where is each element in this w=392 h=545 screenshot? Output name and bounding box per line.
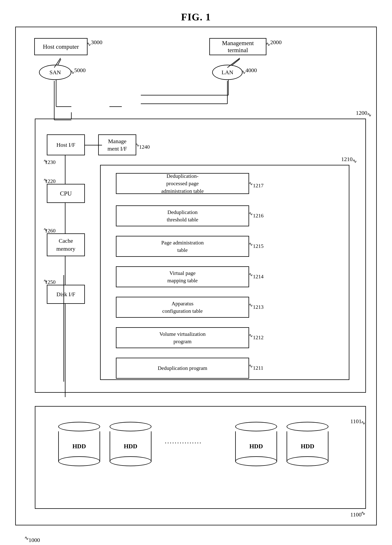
cache-box: Cachememory <box>47 233 85 256</box>
hdd-cylinder-1: HDD <box>58 422 100 462</box>
wavy-1213: ∿ <box>249 302 253 308</box>
ref-1000: 1000 <box>29 537 40 543</box>
ref-1100: 1100 <box>350 511 361 518</box>
wavy-1211: ∿ <box>249 363 253 369</box>
hdd-cylinder-3: HDD <box>235 422 277 462</box>
host-if-box: Host I/F <box>47 134 85 155</box>
mem-item-1211: Deduplication program <box>116 358 249 379</box>
wavy-1230: ∿ <box>43 158 48 164</box>
ref-1216: 1216 <box>253 213 263 219</box>
left-connector-line <box>65 155 66 289</box>
ref-1212: 1212 <box>253 334 263 341</box>
hdd-cylinder-4: HDD <box>287 422 328 462</box>
hdd-label-1: HDD <box>72 443 86 450</box>
memory-box: 1210 ∿ Deduplication-processed pageadmin… <box>100 165 349 380</box>
wavy-1210: ∿ <box>352 158 357 164</box>
controller-box: 1200 ∿ Host I/F 1230 ∿ Management I/F 12… <box>35 119 366 393</box>
ref-1214: 1214 <box>253 273 263 280</box>
storage-system-box: 1200 ∿ Host I/F 1230 ∿ Management I/F 12… <box>15 27 377 525</box>
wavy-1260: ∿ <box>43 227 48 233</box>
hif-to-mem-connector <box>85 145 102 145</box>
manage-if-label: Management I/F <box>108 137 127 152</box>
hdd-label-3: HDD <box>249 443 263 450</box>
mem-item-1217-label: Deduplication-processed pageadministrati… <box>161 172 204 195</box>
wavy-1250: ∿ <box>43 278 48 284</box>
host-if-label: Host I/F <box>56 142 75 148</box>
cpu-label: CPU <box>60 190 72 197</box>
wavy-1212: ∿ <box>249 333 253 338</box>
mem-item-1217: Deduplication-processed pageadministrati… <box>116 173 249 194</box>
mem-item-1216: Deduplicationthreshold table <box>116 205 249 226</box>
hdd-cylinder-2: HDD <box>110 422 152 462</box>
ref-1240: 1240 <box>139 144 150 150</box>
ref-1217: 1217 <box>253 183 263 189</box>
wavy-1240: ∿ <box>135 142 140 148</box>
wavy-1214: ∿ <box>249 272 253 278</box>
mem-item-1215-label: Page administrationtable <box>161 239 204 254</box>
wavy-1100: ∿ <box>361 510 365 516</box>
mem-item-1214: Virtual pagemapping table <box>116 266 249 287</box>
page-title: FIG. 1 <box>0 12 392 23</box>
mem-item-1216-label: Deduplicationthreshold table <box>167 208 198 223</box>
ref-1101: 1101 <box>350 418 361 425</box>
mem-item-1215: Page administrationtable <box>116 236 249 257</box>
ref-1213: 1213 <box>253 304 263 310</box>
ref-1211: 1211 <box>253 365 263 371</box>
mem-item-1212: Volume virtualizationprogram <box>116 327 249 348</box>
mem-item-1214-label: Virtual pagemapping table <box>167 269 197 284</box>
mem-item-1211-label: Deduplication program <box>158 364 207 372</box>
manage-if-box: Management I/F <box>98 134 136 155</box>
disk-if-box: Disk I/F <box>47 285 85 304</box>
ref-1215: 1215 <box>253 243 263 249</box>
mem-item-1213: Apparatusconfiguration table <box>116 297 249 318</box>
wavy-1216: ∿ <box>249 211 253 217</box>
hdd-dots: ............... <box>165 437 202 445</box>
wavy-1220: ∿ <box>43 177 48 183</box>
hdd-label-4: HDD <box>301 443 314 450</box>
wavy-1200: ∿ <box>367 111 371 118</box>
cpu-box: CPU <box>47 184 85 203</box>
ref-1210: 1210 <box>341 156 353 162</box>
wavy-1215: ∿ <box>249 241 253 247</box>
disk-if-label: Disk I/F <box>56 291 75 297</box>
wavy-1217: ∿ <box>249 181 253 186</box>
disk-down-line <box>65 304 66 397</box>
hdd-enclosure-box: 1100 ∿ 1101 ∿ HDD HDD ............... <box>35 406 366 509</box>
mem-item-1212-label: Volume virtualizationprogram <box>159 330 206 345</box>
ref-1200: 1200 <box>356 110 367 116</box>
hdd-label-2: HDD <box>124 443 137 450</box>
mem-item-1213-label: Apparatusconfiguration table <box>162 300 203 315</box>
cache-label: Cachememory <box>56 237 75 253</box>
wavy-1101: ∿ <box>361 420 365 426</box>
wavy-1000: ∿ <box>24 535 29 541</box>
